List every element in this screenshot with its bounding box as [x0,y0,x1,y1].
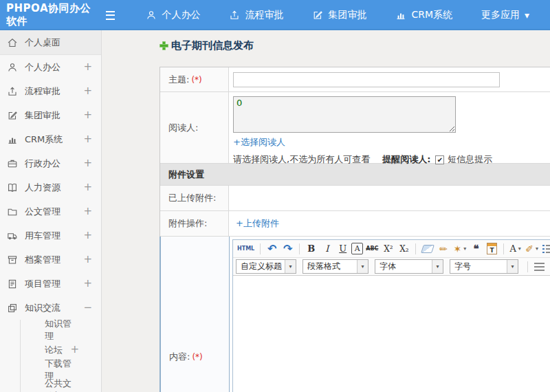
sidebar-item-admin-office[interactable]: 行政办公+ [0,151,101,175]
paragraph-select[interactable]: 段落格式▾ [302,259,368,274]
topbar: PHPOA协同办公软件 个人办公流程审批集团审批CRM系统更多应用▾ [0,0,550,30]
expand-icon[interactable]: + [83,206,92,217]
uploaded-attachment-label: 已上传附件: [168,192,216,204]
sidebar-item-label: 档案管理 [25,254,60,266]
readers-label: 阅读人: [168,122,198,134]
app-brand: PHPOA协同办公软件 [0,2,96,28]
font-size-select[interactable]: 字号▾ [450,259,518,274]
edit-square-icon [312,10,323,21]
uploaded-attachment-value [229,186,550,210]
page-title-row: 电子期刊信息发布 [160,39,550,52]
readers-hint: 请选择阅读人,不选为所有人可查看 [233,153,370,166]
sidebar-item-crm-system[interactable]: CRM系统+ [0,127,101,151]
undo-icon[interactable]: ↶ [265,241,279,257]
add-plus-icon [160,41,168,50]
nav-item-more-apps[interactable]: 更多应用▾ [467,0,550,30]
sidebar-item-label: 个人桌面 [25,36,60,49]
expand-icon[interactable]: + [70,345,79,355]
upload-attachment-link[interactable]: +上传附件 [236,217,279,230]
auto-typeset-icon[interactable]: ✶ [452,241,468,257]
sidebar-item-workflow-approval[interactable]: 流程审批+ [0,79,101,103]
readers-row: 阅读人: 0 +选择阅读人 请选择阅读人,不选为所有人可查看 提醒阅读人: ✔ … [160,92,550,164]
html-source-icon[interactable]: HTML [236,241,256,257]
sidebar-item-archive-management[interactable]: 档案管理+ [0,248,101,272]
expand-icon[interactable]: + [83,134,92,144]
nav-item-label: 流程审批 [245,9,283,21]
sms-notify-checkbox[interactable]: ✔ [435,155,444,164]
main-content: 电子期刊信息发布 主题: (*) 阅读人: 0 +选择阅读 [102,30,550,392]
font-color-icon[interactable]: A [508,241,522,257]
toolbar-separator [415,243,416,254]
expand-icon[interactable]: + [83,110,92,120]
paste-as-text-icon[interactable] [485,241,499,257]
editor-toolbar-row1: HTML↶↷BIUAABCX²X₂✏✶❝A✐ [233,240,550,258]
sidebar-item-document-management[interactable]: 公文管理+ [0,199,101,224]
remind-readers-label: 提醒阅读人: [382,153,430,166]
highlight-icon[interactable]: ✐ [524,241,540,257]
book-icon [7,182,18,193]
align-left-icon[interactable] [532,259,547,274]
remove-format-icon[interactable] [420,241,434,257]
expand-icon[interactable]: + [83,158,92,168]
format-brush-icon[interactable]: ✏ [436,241,450,257]
nav-item-label: 集团审批 [328,9,366,21]
collapse-icon[interactable]: − [83,303,92,313]
user-icon [7,62,18,73]
nav-item-crm-system[interactable]: CRM系统 [381,0,467,30]
ordered-list-icon[interactable] [541,241,550,257]
caret-down-icon: ▾ [357,260,368,273]
nav-item-label: 更多应用 [481,9,520,21]
attachment-action-label: 附件操作: [168,217,207,230]
flow-icon [229,10,240,21]
readers-textarea[interactable]: 0 [233,96,456,133]
font-family-select[interactable]: 字体▾ [375,259,443,274]
caret-down-icon: ▾ [285,260,296,273]
font-style-icon[interactable]: A [351,243,363,254]
expand-icon[interactable]: + [83,230,92,241]
sidebar-item-label: 用车管理 [25,230,60,242]
expand-icon[interactable]: + [83,86,92,96]
sidebar-subitem-label: 知识管理 [45,318,79,342]
nav-item-group-approval[interactable]: 集团审批 [298,0,381,30]
subject-input[interactable] [233,72,500,87]
sidebar-subitem-knowledge-management[interactable]: 知识管理 [21,320,101,340]
caret-icon: ▾ [525,10,536,21]
italic-icon[interactable]: I [320,241,334,257]
subscript-icon[interactable]: X₂ [397,241,411,257]
sidebar-item-human-resources[interactable]: 人力资源+ [0,175,101,199]
redo-icon[interactable]: ↷ [280,241,295,257]
editor-canvas[interactable] [233,276,550,392]
blockquote-icon[interactable]: ❝ [469,241,483,257]
sidebar-item-vehicle-management[interactable]: 用车管理+ [0,224,101,248]
hamburger-menu-icon[interactable] [106,11,115,20]
content-label-cell: 内容: (*) [161,237,230,392]
sidebar-submenu: 知识管理论坛+下载管理公共文件柜 [20,320,101,392]
sidebar-item-group-approval[interactable]: 集团审批+ [0,103,101,127]
nav-item-label: CRM系统 [411,9,452,21]
nav-item-workflow-approval[interactable]: 流程审批 [214,0,298,30]
heading-select[interactable]: 自定义标题▾ [236,259,296,274]
chart-icon [395,10,406,21]
bold-icon[interactable]: B [304,241,318,257]
expand-icon[interactable]: + [83,254,92,265]
attachment-section-header: 附件设置 [160,164,550,186]
attachment-section-title: 附件设置 [168,168,204,181]
nav-item-personal-office[interactable]: 个人办公 [131,0,214,30]
expand-icon[interactable]: + [83,182,92,193]
home-icon [7,37,18,48]
caret-down-icon: ▾ [432,260,443,273]
select-readers-link[interactable]: +选择阅读人 [233,137,285,147]
sidebar-item-personal-desktop[interactable]: 个人桌面 [0,30,101,55]
sidebar-item-project-management[interactable]: 项目管理+ [0,272,101,296]
paragraph-select-value: 段落格式 [303,261,357,272]
sidebar-item-knowledge-exchange[interactable]: 知识交流− [0,296,101,320]
topbar-nav: 个人办公流程审批集团审批CRM系统更多应用▾ [131,0,550,30]
underline-icon[interactable]: U [336,241,350,257]
strikethrough-icon[interactable]: ABC [364,241,380,257]
expand-icon[interactable]: + [83,279,92,289]
expand-icon[interactable]: + [83,62,92,72]
briefcase-icon [7,158,18,169]
sidebar-item-personal-office[interactable]: 个人办公+ [0,55,101,79]
sidebar-subitem-public-file-cabinet[interactable]: 公共文件柜 [21,380,101,392]
superscript-icon[interactable]: X² [381,241,395,257]
